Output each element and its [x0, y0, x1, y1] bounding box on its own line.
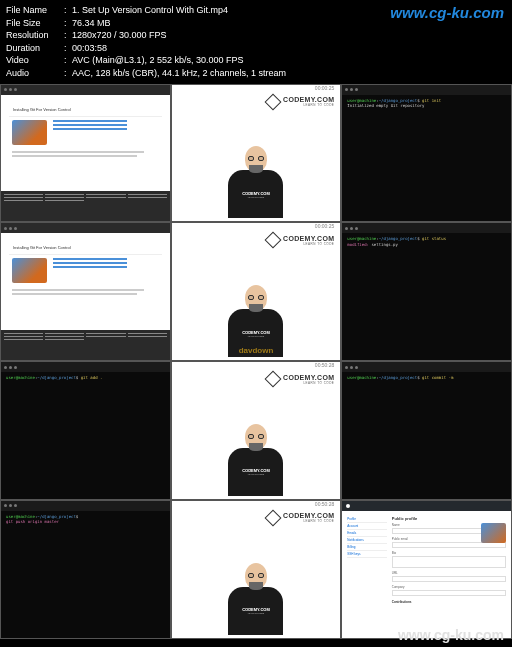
thumb-browser-1: Installing Git For Version Control [0, 84, 171, 223]
thumb-terminal-5: user@machine:~/django_project$ git push … [0, 500, 171, 639]
thumbnail-grid: Installing Git For Version Control 00:00… [0, 84, 512, 639]
thumb-terminal-2: user@machine:~/django_project$ git statu… [341, 222, 512, 361]
thumb-github: Profile Account Emails Notifications Bil… [341, 500, 512, 639]
cube-icon [265, 93, 282, 110]
thumb-codemy-3: 00:50:28 CODEMY.COMLEARN TO CODE CODEMY.… [171, 361, 342, 500]
thumb-browser-2: Installing Git For Version Control [0, 222, 171, 361]
cube-icon [265, 232, 282, 249]
thumb-terminal-1: user@machine:~/django_project$ git init … [341, 84, 512, 223]
thumb-codemy-4: 00:50:28 CODEMY.COMLEARN TO CODE CODEMY.… [171, 500, 342, 639]
github-icon [346, 504, 350, 508]
thumb-terminal-3: user@machine:~/django_project$ git add . [0, 361, 171, 500]
thumb-terminal-4: user@machine:~/django_project$ git commi… [341, 361, 512, 500]
davdown-watermark: davdown [239, 346, 274, 355]
watermark-top: www.cg-ku.com [390, 4, 504, 21]
thumb-codemy-2: 00:00:25 CODEMY.COMLEARN TO CODE CODEMY.… [171, 222, 342, 361]
cube-icon [265, 371, 282, 388]
cube-icon [265, 509, 282, 526]
watermark-bottom: www.cg-ku.com [398, 627, 504, 643]
thumb-codemy-1: 00:00:25 CODEMY.COMLEARN TO CODE CODEMY.… [171, 84, 342, 223]
